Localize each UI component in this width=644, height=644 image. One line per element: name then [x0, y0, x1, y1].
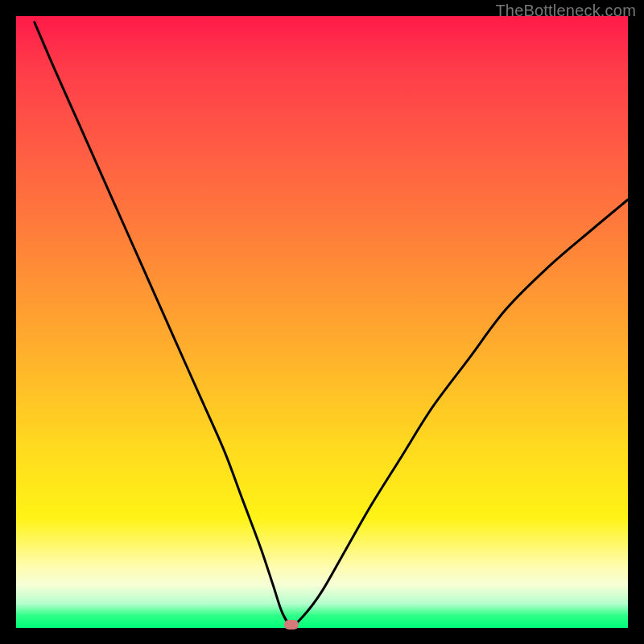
plot-area	[16, 16, 628, 628]
watermark-text: TheBottleneck.com	[495, 2, 636, 20]
optimal-marker	[284, 620, 299, 630]
chart-frame: TheBottleneck.com	[0, 0, 644, 644]
